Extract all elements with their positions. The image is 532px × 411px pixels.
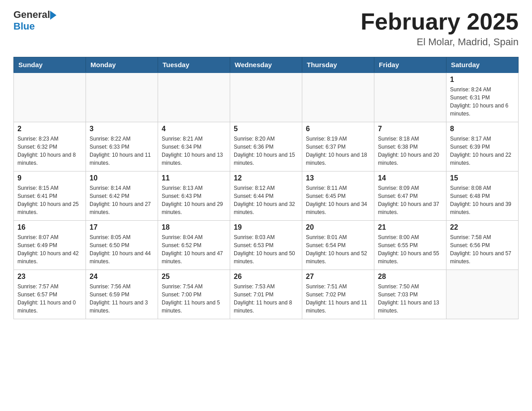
- page-header: General Blue February 2025 El Molar, Mad…: [13, 9, 519, 48]
- day-cell: 5Sunrise: 8:20 AMSunset: 6:36 PMDaylight…: [230, 122, 302, 171]
- calendar-subtitle: El Molar, Madrid, Spain: [360, 36, 519, 48]
- day-info: Sunrise: 8:12 AMSunset: 6:44 PMDaylight:…: [234, 184, 298, 216]
- day-cell: 21Sunrise: 8:00 AMSunset: 6:55 PMDayligh…: [374, 220, 446, 270]
- day-info: Sunrise: 7:51 AMSunset: 7:02 PMDaylight:…: [306, 283, 370, 315]
- logo-blue-text: Blue: [13, 21, 35, 32]
- day-info: Sunrise: 8:17 AMSunset: 6:39 PMDaylight:…: [450, 135, 515, 167]
- day-cell: 9Sunrise: 8:15 AMSunset: 6:41 PMDaylight…: [14, 171, 86, 220]
- day-cell: [158, 73, 230, 122]
- day-number: 10: [90, 174, 154, 182]
- day-cell: 28Sunrise: 7:50 AMSunset: 7:03 PMDayligh…: [374, 270, 446, 319]
- day-cell: 7Sunrise: 8:18 AMSunset: 6:38 PMDaylight…: [374, 122, 446, 171]
- day-header-friday: Friday: [374, 57, 446, 73]
- day-number: 15: [450, 174, 515, 182]
- day-cell: 27Sunrise: 7:51 AMSunset: 7:02 PMDayligh…: [302, 270, 374, 319]
- day-number: 16: [17, 223, 82, 231]
- calendar-title: February 2025: [360, 9, 519, 34]
- title-block: February 2025 El Molar, Madrid, Spain: [360, 9, 519, 48]
- day-info: Sunrise: 7:58 AMSunset: 6:56 PMDaylight:…: [450, 233, 515, 265]
- day-number: 19: [234, 223, 298, 231]
- day-number: 3: [90, 125, 154, 133]
- day-cell: 1Sunrise: 8:24 AMSunset: 6:31 PMDaylight…: [446, 73, 519, 122]
- day-cell: [14, 73, 86, 122]
- day-cell: 8Sunrise: 8:17 AMSunset: 6:39 PMDaylight…: [446, 122, 519, 171]
- day-number: 20: [306, 223, 370, 231]
- day-info: Sunrise: 7:54 AMSunset: 7:00 PMDaylight:…: [162, 283, 226, 315]
- day-cell: [230, 73, 302, 122]
- day-info: Sunrise: 8:00 AMSunset: 6:55 PMDaylight:…: [378, 233, 442, 265]
- day-header-thursday: Thursday: [302, 57, 374, 73]
- day-info: Sunrise: 8:18 AMSunset: 6:38 PMDaylight:…: [378, 135, 442, 167]
- day-number: 7: [378, 125, 442, 133]
- day-number: 2: [17, 125, 82, 133]
- day-info: Sunrise: 8:11 AMSunset: 6:45 PMDaylight:…: [306, 184, 370, 216]
- day-info: Sunrise: 8:04 AMSunset: 6:52 PMDaylight:…: [162, 233, 226, 265]
- day-info: Sunrise: 7:53 AMSunset: 7:01 PMDaylight:…: [234, 283, 298, 315]
- day-number: 9: [17, 174, 82, 182]
- day-cell: [446, 270, 519, 319]
- day-info: Sunrise: 8:24 AMSunset: 6:31 PMDaylight:…: [450, 86, 515, 118]
- day-header-tuesday: Tuesday: [158, 57, 230, 73]
- day-cell: 11Sunrise: 8:13 AMSunset: 6:43 PMDayligh…: [158, 171, 230, 220]
- day-number: 17: [90, 223, 154, 231]
- day-number: 27: [306, 273, 370, 281]
- day-info: Sunrise: 8:19 AMSunset: 6:37 PMDaylight:…: [306, 135, 370, 167]
- day-number: 6: [306, 125, 370, 133]
- week-row-2: 2Sunrise: 8:23 AMSunset: 6:32 PMDaylight…: [14, 122, 519, 171]
- day-cell: 12Sunrise: 8:12 AMSunset: 6:44 PMDayligh…: [230, 171, 302, 220]
- day-cell: [86, 73, 158, 122]
- day-number: 12: [234, 174, 298, 182]
- day-info: Sunrise: 8:13 AMSunset: 6:43 PMDaylight:…: [162, 184, 226, 216]
- day-cell: 16Sunrise: 8:07 AMSunset: 6:49 PMDayligh…: [14, 220, 86, 270]
- day-cell: 23Sunrise: 7:57 AMSunset: 6:57 PMDayligh…: [14, 270, 86, 319]
- calendar-table: SundayMondayTuesdayWednesdayThursdayFrid…: [13, 57, 519, 319]
- day-header-monday: Monday: [86, 57, 158, 73]
- week-row-3: 9Sunrise: 8:15 AMSunset: 6:41 PMDaylight…: [14, 171, 519, 220]
- day-cell: 4Sunrise: 8:21 AMSunset: 6:34 PMDaylight…: [158, 122, 230, 171]
- day-header-saturday: Saturday: [446, 57, 519, 73]
- day-info: Sunrise: 8:03 AMSunset: 6:53 PMDaylight:…: [234, 233, 298, 265]
- day-info: Sunrise: 8:01 AMSunset: 6:54 PMDaylight:…: [306, 233, 370, 265]
- logo-arrow-icon: [50, 11, 56, 20]
- day-cell: 20Sunrise: 8:01 AMSunset: 6:54 PMDayligh…: [302, 220, 374, 270]
- day-header-wednesday: Wednesday: [230, 57, 302, 73]
- day-cell: 10Sunrise: 8:14 AMSunset: 6:42 PMDayligh…: [86, 171, 158, 220]
- day-info: Sunrise: 8:08 AMSunset: 6:48 PMDaylight:…: [450, 184, 515, 216]
- day-number: 21: [378, 223, 442, 231]
- day-cell: 3Sunrise: 8:22 AMSunset: 6:33 PMDaylight…: [86, 122, 158, 171]
- day-number: 8: [450, 125, 515, 133]
- day-number: 1: [450, 76, 515, 84]
- day-info: Sunrise: 7:57 AMSunset: 6:57 PMDaylight:…: [17, 283, 82, 315]
- day-cell: 17Sunrise: 8:05 AMSunset: 6:50 PMDayligh…: [86, 220, 158, 270]
- day-number: 11: [162, 174, 226, 182]
- day-info: Sunrise: 8:15 AMSunset: 6:41 PMDaylight:…: [17, 184, 82, 216]
- day-cell: 18Sunrise: 8:04 AMSunset: 6:52 PMDayligh…: [158, 220, 230, 270]
- day-cell: 6Sunrise: 8:19 AMSunset: 6:37 PMDaylight…: [302, 122, 374, 171]
- logo: General Blue: [13, 9, 56, 32]
- day-number: 23: [17, 273, 82, 281]
- day-info: Sunrise: 8:20 AMSunset: 6:36 PMDaylight:…: [234, 135, 298, 167]
- day-info: Sunrise: 8:23 AMSunset: 6:32 PMDaylight:…: [17, 135, 82, 167]
- day-cell: [302, 73, 374, 122]
- day-info: Sunrise: 8:14 AMSunset: 6:42 PMDaylight:…: [90, 184, 154, 216]
- day-number: 28: [378, 273, 442, 281]
- day-info: Sunrise: 8:07 AMSunset: 6:49 PMDaylight:…: [17, 233, 82, 265]
- day-number: 24: [90, 273, 154, 281]
- day-cell: 19Sunrise: 8:03 AMSunset: 6:53 PMDayligh…: [230, 220, 302, 270]
- day-number: 14: [378, 174, 442, 182]
- day-number: 5: [234, 125, 298, 133]
- day-number: 26: [234, 273, 298, 281]
- logo-general-text: General: [13, 9, 50, 21]
- header-row: SundayMondayTuesdayWednesdayThursdayFrid…: [14, 57, 519, 73]
- week-row-1: 1Sunrise: 8:24 AMSunset: 6:31 PMDaylight…: [14, 73, 519, 122]
- day-number: 13: [306, 174, 370, 182]
- day-cell: 15Sunrise: 8:08 AMSunset: 6:48 PMDayligh…: [446, 171, 519, 220]
- day-info: Sunrise: 8:09 AMSunset: 6:47 PMDaylight:…: [378, 184, 442, 216]
- day-cell: 24Sunrise: 7:56 AMSunset: 6:59 PMDayligh…: [86, 270, 158, 319]
- day-number: 4: [162, 125, 226, 133]
- day-info: Sunrise: 8:05 AMSunset: 6:50 PMDaylight:…: [90, 233, 154, 265]
- day-cell: 25Sunrise: 7:54 AMSunset: 7:00 PMDayligh…: [158, 270, 230, 319]
- day-cell: 13Sunrise: 8:11 AMSunset: 6:45 PMDayligh…: [302, 171, 374, 220]
- day-cell: [374, 73, 446, 122]
- day-cell: 22Sunrise: 7:58 AMSunset: 6:56 PMDayligh…: [446, 220, 519, 270]
